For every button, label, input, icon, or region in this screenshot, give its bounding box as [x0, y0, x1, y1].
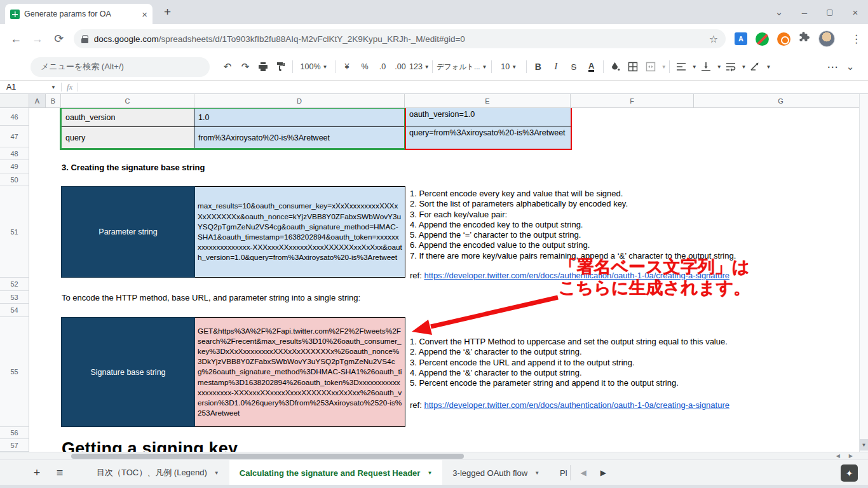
new-tab-button[interactable]: +: [164, 5, 171, 19]
next-section-heading[interactable]: Getting a signing key: [62, 439, 238, 452]
all-sheets-icon[interactable]: ≡: [48, 460, 71, 485]
sheet-tab-oauth-flow[interactable]: 3-legged OAuth flow ▼: [442, 460, 550, 485]
translate-extension-icon[interactable]: A: [735, 32, 747, 45]
fill-color-icon[interactable]: [606, 58, 624, 75]
cell-signature-base-label[interactable]: Signature base string: [61, 317, 195, 427]
borders-icon[interactable]: [624, 58, 642, 75]
row-header[interactable]: 51: [0, 186, 29, 278]
increase-decimal-button[interactable]: .00: [391, 58, 409, 75]
col-header-a[interactable]: A: [29, 94, 46, 108]
tabs-scroll-right-icon[interactable]: ▶: [600, 468, 606, 477]
browser-navbar: ← → ⟳ docs.google.com/spreadsheets/d/1To…: [0, 24, 868, 53]
signature-ref-link[interactable]: https://developer.twitter.com/en/docs/au…: [424, 400, 729, 410]
row-header[interactable]: 52: [0, 278, 29, 291]
format-percent-button[interactable]: %: [356, 58, 374, 75]
cell-e46[interactable]: oauth_version=1.0: [406, 108, 571, 126]
forward-icon[interactable]: →: [27, 32, 48, 46]
tab-close-icon[interactable]: ×: [142, 9, 147, 20]
cell-d46[interactable]: 1.0: [194, 109, 404, 126]
select-all-corner[interactable]: [0, 94, 29, 108]
scrollbar-thumb[interactable]: [71, 454, 464, 459]
horizontal-align-icon[interactable]: [672, 58, 690, 75]
cell-parameter-string-value[interactable]: max_results=10&oauth_consumer_key=xXxXxx…: [195, 186, 405, 278]
row-header[interactable]: 55: [0, 317, 29, 427]
maximize-button[interactable]: ▢: [817, 0, 843, 24]
orange-extension-icon[interactable]: [777, 32, 790, 46]
strikethrough-button[interactable]: S: [565, 58, 583, 75]
paint-format-icon[interactable]: [272, 58, 290, 75]
zoom-select[interactable]: 100%▼: [295, 58, 332, 75]
print-icon[interactable]: [254, 58, 272, 75]
chrome-menu-icon[interactable]: ⋮: [851, 32, 862, 46]
parameter-steps: 1. Percent encode every key and value th…: [410, 189, 817, 261]
address-bar[interactable]: docs.google.com/spreadsheets/d/1To903kfI…: [74, 29, 726, 48]
col-header-d[interactable]: D: [194, 94, 405, 108]
row-header[interactable]: 48: [0, 147, 29, 160]
font-size-select[interactable]: 10▼: [494, 58, 524, 75]
minimize-button[interactable]: –: [792, 0, 817, 24]
decrease-decimal-button[interactable]: .0: [374, 58, 391, 75]
menu-search-input[interactable]: メニューを検索 (Alt+/): [31, 57, 210, 77]
undo-icon[interactable]: ↶: [219, 58, 236, 75]
scroll-right-icon[interactable]: ▶: [849, 453, 853, 459]
row-header[interactable]: 53: [0, 291, 29, 304]
chrome-chevron-icon[interactable]: ⌄: [766, 0, 792, 24]
col-header-f[interactable]: F: [571, 94, 694, 108]
close-window-button[interactable]: ×: [843, 0, 868, 24]
blocker-extension-icon[interactable]: [756, 32, 769, 46]
cell-d47[interactable]: from%3Axiroysato%20-is%3Aretweet: [194, 127, 404, 148]
reload-icon[interactable]: ⟳: [48, 32, 70, 46]
formula-bar: A1 ▼ fx: [0, 80, 868, 94]
browser-tab[interactable]: Generate params for OA ×: [5, 4, 153, 24]
merge-cells-icon: [642, 58, 660, 75]
cell-c46[interactable]: oauth_version: [62, 109, 194, 126]
col-header-e[interactable]: E: [405, 94, 571, 108]
bookmark-star-icon[interactable]: ☆: [709, 33, 718, 45]
sheet-tab-toc[interactable]: 目次（TOC）、凡例 (Legend) ▼: [86, 460, 229, 485]
text-color-button[interactable]: A: [588, 62, 594, 72]
sheet-tab-active[interactable]: Calculating the signature and Request He…: [229, 460, 443, 485]
text-rotation-icon[interactable]: [746, 58, 764, 75]
profile-avatar[interactable]: [818, 30, 835, 47]
row-header[interactable]: 47: [0, 126, 29, 147]
vertical-align-icon[interactable]: [697, 58, 715, 75]
collapse-toolbar-icon[interactable]: ⌄: [841, 58, 859, 75]
puzzle-extensions-icon[interactable]: [799, 32, 810, 46]
scroll-down-icon[interactable]: ▼: [860, 439, 868, 451]
redo-icon[interactable]: ↷: [236, 58, 254, 75]
row-header[interactable]: 49: [0, 160, 29, 173]
sheet-tab-partial[interactable]: Pl: [550, 460, 570, 485]
step-line: 6. Append the encoded value to the outpu…: [410, 240, 817, 250]
bold-button[interactable]: B: [529, 58, 547, 75]
format-currency-button[interactable]: ¥: [338, 58, 356, 75]
name-box[interactable]: A1 ▼: [0, 83, 56, 92]
text-wrap-icon[interactable]: [722, 58, 740, 75]
vertical-scrollbar[interactable]: ▼: [859, 94, 868, 452]
row-header[interactable]: 50: [0, 173, 29, 186]
encode-note[interactable]: To encode the HTTP method, base URL, and…: [62, 293, 360, 302]
more-toolbar-icon[interactable]: ⋯: [824, 58, 841, 75]
horizontal-scrollbar[interactable]: ◀ ▶: [0, 452, 868, 459]
row-header[interactable]: 46: [0, 108, 29, 126]
url-path: /spreadsheets/d/1To903kfIb2fu88AIq-M2vFc…: [159, 34, 465, 44]
cell-signature-base-value[interactable]: GET&https%3A%2F%2Fapi.twitter.com%2F2%2F…: [195, 317, 405, 427]
cell-e47[interactable]: query=from%3Axiroysato%20-is%3Aretweet: [406, 126, 571, 149]
explore-button[interactable]: ✦: [841, 464, 858, 482]
number-format-select[interactable]: 123▼: [409, 58, 430, 75]
scroll-left-icon[interactable]: ◀: [836, 453, 840, 459]
cell-c47[interactable]: query: [62, 127, 194, 148]
col-header-c[interactable]: C: [61, 94, 194, 108]
section-heading[interactable]: 3. Creating the signature base string: [62, 163, 205, 172]
row-header[interactable]: 57: [0, 439, 29, 452]
spreadsheet-grid[interactable]: oauth_version 1.0 query from%3Axiroysato…: [29, 108, 859, 452]
font-select[interactable]: デフォルト...▼: [435, 58, 489, 75]
add-sheet-icon[interactable]: +: [25, 460, 48, 485]
tabs-scroll-left-icon[interactable]: ◀: [581, 468, 587, 477]
col-header-g[interactable]: G: [694, 94, 868, 108]
cell-parameter-string-label[interactable]: Parameter string: [61, 186, 195, 278]
back-icon[interactable]: ←: [5, 32, 27, 46]
row-header[interactable]: 56: [0, 427, 29, 439]
italic-button[interactable]: I: [547, 58, 565, 75]
row-header[interactable]: 54: [0, 304, 29, 317]
col-header-b[interactable]: B: [46, 94, 61, 108]
